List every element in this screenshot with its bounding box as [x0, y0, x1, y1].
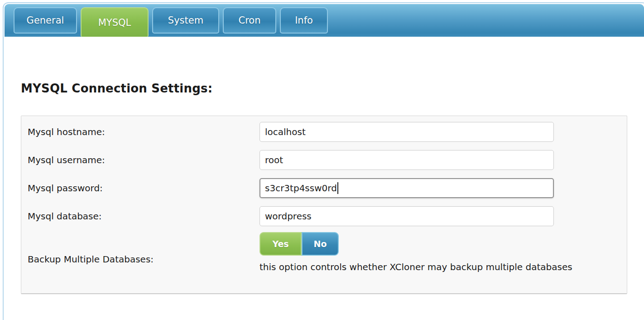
mysql-password-input[interactable]: s3cr3tp4ssw0rd	[260, 178, 554, 198]
tab-general[interactable]: General	[14, 7, 77, 34]
backup-multiple-databases-label: Backup Multiple Databases:	[28, 254, 260, 265]
tab-info[interactable]: Info	[280, 7, 328, 34]
mysql-username-label: Mysql username:	[28, 155, 260, 165]
mysql-database-label: Mysql database:	[28, 211, 260, 222]
mysql-password-value: s3cr3tp4ssw0rd	[265, 183, 337, 194]
mysql-database-row: Mysql database:	[28, 202, 627, 230]
mysql-hostname-row: Mysql hostname:	[28, 118, 627, 146]
mysql-hostname-input[interactable]	[260, 122, 554, 142]
mysql-username-row: Mysql username:	[28, 146, 627, 174]
settings-panel: Mysql hostname: Mysql username: Mysql pa…	[21, 116, 627, 294]
no-button[interactable]: No	[302, 232, 339, 256]
mysql-username-input[interactable]	[260, 150, 554, 170]
tab-list: General MYSQL System Cron Info	[5, 4, 644, 37]
yes-no-toggle: Yes No	[260, 232, 587, 256]
mysql-database-input[interactable]	[260, 206, 554, 226]
mysql-hostname-label: Mysql hostname:	[28, 126, 260, 137]
text-caret	[337, 182, 338, 194]
mysql-password-row: Mysql password: s3cr3tp4ssw0rd	[28, 174, 627, 202]
tab-bar: General MYSQL System Cron Info	[5, 4, 644, 37]
tab-cron[interactable]: Cron	[223, 7, 276, 34]
page-title: MYSQL Connection Settings:	[21, 82, 644, 95]
yes-button[interactable]: Yes	[260, 232, 302, 256]
tab-panel-mysql: MYSQL Connection Settings: Mysql hostnam…	[4, 3, 644, 294]
mysql-password-label: Mysql password:	[28, 183, 260, 194]
backup-multiple-databases-row: Backup Multiple Databases: Yes No this o…	[28, 230, 627, 292]
app-window: General MYSQL System Cron Info MYSQL Con…	[3, 2, 644, 320]
backup-multiple-databases-help-text: this option controls whether XCloner may…	[260, 259, 587, 276]
tab-mysql[interactable]: MYSQL	[81, 7, 149, 37]
tab-system[interactable]: System	[152, 7, 219, 34]
backup-multiple-databases-control: Yes No this option controls whether XClo…	[260, 232, 587, 276]
